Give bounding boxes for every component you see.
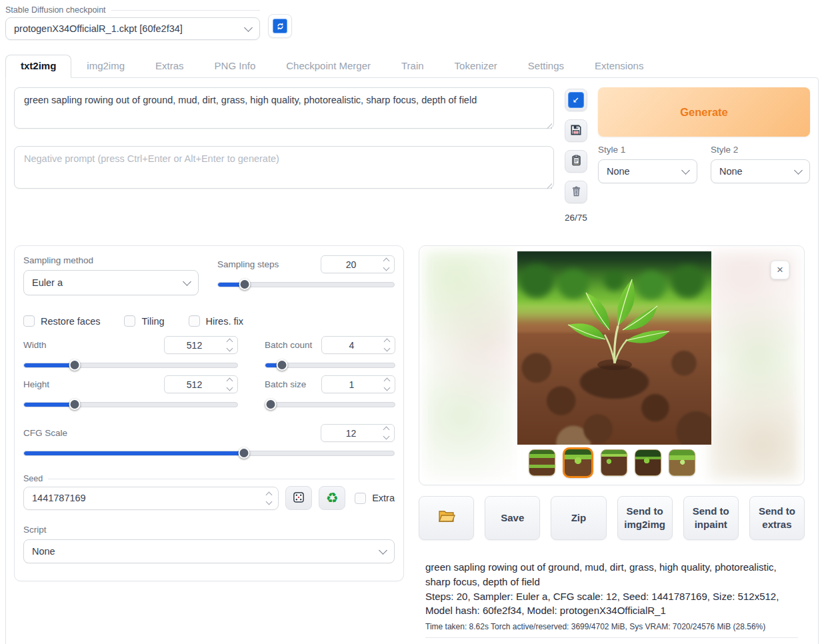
checkbox-icon <box>124 315 135 327</box>
slider-thumb[interactable] <box>239 279 251 290</box>
send-to-inpaint-button[interactable]: Send to inpaint <box>683 496 739 540</box>
height-field: Height 512 <box>23 375 238 411</box>
width-input[interactable]: 512 <box>164 336 238 354</box>
slider-thumb[interactable] <box>238 447 249 459</box>
sapling-illustration <box>517 251 711 445</box>
tab-settings[interactable]: Settings <box>513 55 579 77</box>
width-slider[interactable] <box>23 359 238 371</box>
stepper-arrows[interactable] <box>224 339 237 351</box>
slider-thumb[interactable] <box>69 359 81 371</box>
checkbox-icon <box>23 315 35 327</box>
tab-tokenizer[interactable]: Tokenizer <box>439 55 513 77</box>
folder-icon <box>438 509 455 527</box>
dimensions-grid: Width 512 Batch cou <box>23 336 395 415</box>
negative-prompt-input[interactable] <box>14 146 554 189</box>
batch-size-slider[interactable] <box>265 399 395 411</box>
clear-prompt-button[interactable] <box>565 181 587 203</box>
batch-size-field: Batch size 1 <box>265 375 395 411</box>
close-icon: × <box>777 263 783 277</box>
send-to-img2img-button[interactable]: Send to img2img <box>617 496 673 540</box>
stepper-arrows[interactable] <box>224 379 237 390</box>
hires-fix-checkbox[interactable]: Hires. fix <box>189 315 243 327</box>
sampling-method-field: Sampling method Euler a <box>23 255 199 295</box>
style2-value: None <box>719 166 743 177</box>
close-gallery-button[interactable]: × <box>771 261 789 279</box>
zip-button[interactable]: Zip <box>551 496 606 540</box>
toggles-row: Restore faces Tiling Hires. fix <box>23 315 395 327</box>
height-slider[interactable] <box>23 399 238 411</box>
send-to-extras-button[interactable]: Send to extras <box>749 496 805 540</box>
cfg-scale-slider[interactable] <box>23 447 395 459</box>
style2-dropdown[interactable]: None <box>711 159 810 183</box>
checkbox-icon <box>189 315 200 327</box>
width-label: Width <box>23 340 47 350</box>
tab-extras[interactable]: Extras <box>140 55 199 77</box>
stepper-arrows[interactable] <box>381 339 395 351</box>
stepper-arrows[interactable] <box>381 379 395 390</box>
script-value: None <box>32 546 55 557</box>
seed-label: Seed <box>23 474 43 483</box>
paste-generation-params-button[interactable] <box>565 89 587 111</box>
sampling-steps-slider[interactable] <box>217 279 395 291</box>
thumbnail-3[interactable] <box>601 449 627 476</box>
open-folder-button[interactable] <box>419 496 474 540</box>
tab-png-info[interactable]: PNG Info <box>199 55 271 77</box>
floppy-disk-icon <box>569 123 583 139</box>
height-input[interactable]: 512 <box>164 375 238 393</box>
dice-icon <box>292 491 305 506</box>
token-counter: 26/75 <box>565 213 587 223</box>
tab-extensions[interactable]: Extensions <box>579 55 659 77</box>
batch-count-label: Batch count <box>265 340 312 350</box>
gallery-backdrop-left <box>425 251 515 479</box>
seed-input[interactable]: 1441787169 <box>23 487 279 510</box>
generate-button[interactable]: Generate <box>598 87 810 137</box>
chevron-down-icon <box>681 166 690 175</box>
clipboard-icon <box>570 154 583 169</box>
thumbnail-2-selected[interactable] <box>563 447 593 478</box>
generated-image[interactable] <box>517 251 711 445</box>
extra-seed-checkbox[interactable]: Extra <box>355 493 395 504</box>
sampling-steps-input[interactable]: 20 <box>321 255 395 273</box>
slider-thumb[interactable] <box>277 359 288 371</box>
prompt-wrap: green sapling rowing out of ground, mud,… <box>14 87 554 131</box>
save-button[interactable]: Save <box>485 496 540 540</box>
stepper-arrows[interactable] <box>381 427 394 439</box>
restore-faces-checkbox[interactable]: Restore faces <box>23 315 100 327</box>
sampling-steps-field: Sampling steps 20 <box>217 255 395 295</box>
tab-train[interactable]: Train <box>386 55 439 77</box>
tiling-checkbox[interactable]: Tiling <box>124 315 164 327</box>
random-seed-button[interactable] <box>285 486 312 510</box>
reuse-seed-button[interactable]: ♻ <box>319 486 345 510</box>
tab-checkpoint-merger[interactable]: Checkpoint Merger <box>271 55 386 77</box>
sampling-steps-label: Sampling steps <box>217 259 279 269</box>
slider-thumb[interactable] <box>265 399 277 410</box>
slider-thumb[interactable] <box>69 399 81 410</box>
chevron-down-icon <box>794 166 803 175</box>
refresh-checkpoints-button[interactable] <box>268 14 292 38</box>
batch-size-input[interactable]: 1 <box>321 375 395 393</box>
txt2img-panel: green sapling rowing out of ground, mud,… <box>5 77 819 644</box>
batch-count-input[interactable]: 4 <box>321 336 395 354</box>
output-gallery: × <box>419 245 805 485</box>
thumbnail-1[interactable] <box>529 449 555 476</box>
batch-count-slider[interactable] <box>265 359 395 371</box>
save-style-button[interactable] <box>565 119 587 142</box>
stepper-arrows[interactable] <box>265 493 278 504</box>
prompt-input[interactable]: green sapling rowing out of ground, mud,… <box>14 87 554 129</box>
sampling-method-dropdown[interactable]: Euler a <box>23 270 199 295</box>
thumbnail-4[interactable] <box>635 449 661 476</box>
output-column: × <box>419 245 805 638</box>
apply-style-button[interactable] <box>565 150 587 173</box>
checkpoint-label: Stable Diffusion checkpoint <box>5 5 106 15</box>
thumbnail-5[interactable] <box>669 449 695 476</box>
cfg-scale-field: CFG Scale 12 <box>23 424 395 459</box>
script-dropdown[interactable]: None <box>23 539 395 563</box>
tab-txt2img[interactable]: txt2img <box>5 55 71 78</box>
cfg-scale-input[interactable]: 12 <box>321 424 395 442</box>
style1-dropdown[interactable]: None <box>598 159 697 183</box>
tab-img2img[interactable]: img2img <box>71 55 140 77</box>
chevron-down-icon <box>244 23 253 32</box>
generation-info: green sapling rowing out of ground, mud,… <box>419 560 805 638</box>
checkpoint-dropdown[interactable]: protogenX34OfficialR_1.ckpt [60fe2f34] <box>5 17 260 40</box>
stepper-arrows[interactable] <box>381 259 394 270</box>
